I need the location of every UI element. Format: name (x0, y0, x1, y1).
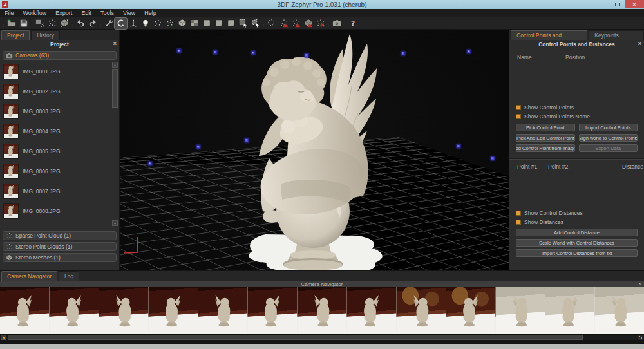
scroll-up-icon[interactable]: ▲ (112, 62, 118, 68)
add-control-point-from-images-button[interactable]: Add Control Point from images (516, 144, 575, 152)
menu-help[interactable]: Help (140, 9, 161, 17)
export-data-button[interactable]: Export Data (579, 144, 638, 152)
camera-list-item[interactable]: IMG_0007.JPG (0, 181, 119, 201)
delete-arrows-red-icon[interactable] (314, 18, 327, 29)
close-button[interactable]: × (625, 0, 644, 8)
open-project-icon[interactable] (5, 18, 17, 29)
filmstrip-photo[interactable] (99, 287, 149, 334)
menu-file[interactable]: File (0, 9, 19, 17)
delete-points-red-icon[interactable] (278, 18, 290, 29)
redo-icon[interactable] (86, 18, 99, 29)
camera-marker[interactable] (457, 145, 460, 148)
scrollbar-thumb[interactable] (112, 69, 118, 108)
camera-list-item[interactable]: IMG_0003.JPG (0, 101, 119, 121)
checkbox-checked-icon[interactable] (516, 220, 521, 225)
mesh-extraction-icon[interactable] (58, 18, 70, 29)
camera-marker[interactable] (468, 50, 471, 53)
filmstrip-photo[interactable] (595, 287, 644, 334)
checkbox-checked-icon[interactable] (516, 105, 521, 110)
filmstrip-photo[interactable] (298, 287, 347, 334)
menu-view[interactable]: View (118, 9, 140, 17)
delete-dense-red-icon[interactable] (290, 18, 302, 29)
section-stereo-point-clouds-1[interactable]: Stereo Point Clouds (1) (3, 242, 117, 251)
filmstrip-photo[interactable] (347, 287, 397, 334)
camera-marker[interactable] (245, 139, 249, 142)
select-rectangle-icon[interactable] (237, 18, 249, 29)
3d-viewport[interactable] (120, 30, 509, 270)
tab-history[interactable]: History (31, 30, 59, 40)
filmstrip-photo[interactable] (50, 287, 99, 334)
checkbox-checked-icon[interactable] (516, 114, 521, 119)
filmstrip-photo[interactable] (496, 287, 545, 334)
minimize-button[interactable]: – (595, 0, 610, 8)
scale-world-with-control-distances-button[interactable]: Scale World with Control Distances (516, 239, 638, 247)
import-control-distances-from-txt-button[interactable]: Import Control Distances from txt (516, 249, 638, 257)
import-control-points-button[interactable]: Import Control Points (579, 124, 638, 131)
undo-icon[interactable] (74, 18, 86, 29)
align-photos-icon[interactable] (33, 18, 46, 29)
flat-square-2-icon[interactable] (213, 18, 225, 29)
select-polygon-icon[interactable] (249, 18, 261, 29)
camera-list-item[interactable]: IMG_0004.JPG (0, 121, 119, 141)
camera-marker[interactable] (214, 51, 217, 54)
menu-edit[interactable]: Edit (77, 9, 96, 17)
close-icon[interactable]: × (638, 281, 641, 287)
dense-cloud-view-icon[interactable] (164, 18, 176, 29)
camera-marker[interactable] (252, 52, 255, 55)
camera-list-scrollbar[interactable]: ▲ ▼ (112, 61, 118, 227)
settings-wrench-icon[interactable] (102, 18, 115, 29)
camera-list-item[interactable]: IMG_0005.JPG (0, 141, 119, 161)
camera-list-item[interactable]: IMG_0006.JPG (0, 161, 119, 181)
distances-list[interactable] (509, 171, 644, 209)
section-stereo-meshes-1[interactable]: Stereo Meshes (1) (3, 253, 117, 262)
maximize-button[interactable] (610, 0, 625, 8)
camera-marker[interactable] (149, 162, 152, 165)
title-bar[interactable]: Z 3DF Zephyr Pro 1.031 (cherub) – × (0, 0, 644, 9)
screenshot-camera-icon[interactable] (330, 18, 343, 29)
lighting-bulb-icon[interactable] (139, 18, 151, 29)
scrollbar-thumb[interactable] (8, 335, 583, 340)
filmstrip-photo[interactable] (545, 287, 595, 334)
camera-list-item[interactable]: IMG_0002.JPG (0, 81, 119, 101)
scroll-left-icon[interactable]: ◀ (1, 335, 6, 340)
tab-log[interactable]: Log (59, 271, 79, 281)
flat-square-3-icon[interactable] (225, 18, 237, 29)
close-icon[interactable]: × (113, 41, 117, 48)
textured-mesh-view-icon[interactable] (188, 18, 200, 29)
menu-export[interactable]: Export (51, 9, 77, 17)
world-axes-icon[interactable] (127, 18, 139, 29)
help-icon[interactable]: ? (346, 18, 359, 29)
section-sparse-point-cloud-1[interactable]: Sparse Point Cloud (1) (3, 231, 117, 240)
lasso-dotted-icon[interactable] (265, 18, 278, 29)
camera-list-item[interactable]: IMG_0008.JPG (0, 201, 119, 221)
align-world-to-control-points-button[interactable]: Align world to Control Points (579, 134, 638, 142)
scroll-down-icon[interactable]: ▼ (112, 220, 118, 226)
filmstrip-photo[interactable] (397, 287, 446, 334)
camera-marker[interactable] (402, 52, 405, 55)
pick-control-point-button[interactable]: Pick Control Point (516, 124, 575, 131)
pick-and-edit-control-point-button[interactable]: Pick And Edit Control Point (516, 134, 575, 142)
tab-control-points-and-distances[interactable]: Control Points and Distances (511, 30, 587, 40)
tab-project[interactable]: Project (1, 30, 30, 40)
add-control-distance-button[interactable]: Add Control Distance (516, 229, 638, 236)
camera-marker[interactable] (178, 50, 181, 53)
control-points-list[interactable] (509, 63, 644, 103)
camera-marker[interactable] (305, 54, 308, 57)
resize-grip[interactable] (638, 335, 643, 340)
cherub-model[interactable] (120, 30, 509, 270)
camera-marker[interactable] (197, 146, 200, 149)
delete-mesh-red-icon[interactable] (302, 18, 314, 29)
filmstrip-photo[interactable] (198, 287, 248, 334)
camera-marker[interactable] (491, 157, 495, 160)
filmstrip-photo[interactable] (0, 287, 50, 334)
filmstrip-photo[interactable] (446, 287, 496, 334)
dense-point-cloud-icon[interactable] (46, 18, 58, 29)
sparse-cloud-view-icon[interactable] (151, 18, 164, 29)
close-icon[interactable]: × (638, 41, 641, 48)
save-project-icon[interactable] (17, 18, 30, 29)
filmstrip-photo[interactable] (248, 287, 298, 334)
filmstrip-photo[interactable] (149, 287, 198, 334)
camera-list-item[interactable]: IMG_0001.JPG (0, 61, 119, 81)
cameras-group-header[interactable]: Cameras (63) (3, 51, 117, 60)
mesh-view-icon[interactable] (176, 18, 188, 29)
